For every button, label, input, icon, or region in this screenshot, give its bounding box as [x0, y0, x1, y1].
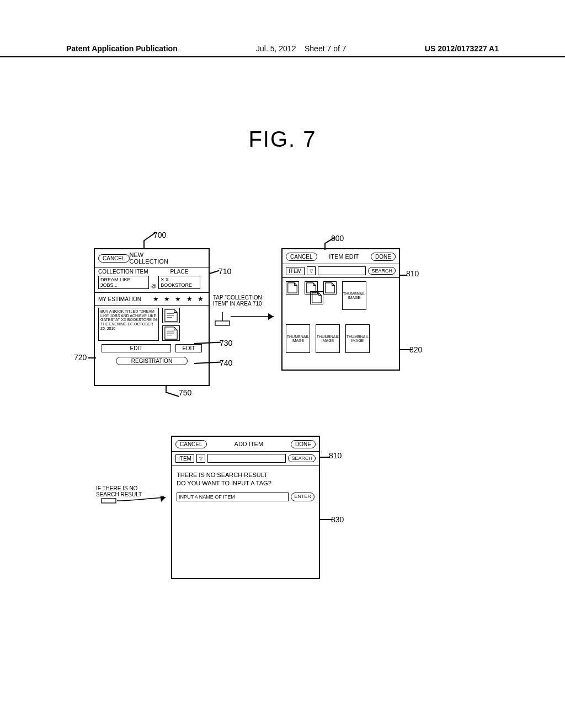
item-type-label: ITEM [286, 267, 305, 275]
callout-810-b: 810 [329, 451, 342, 460]
publication-number: US 2012/0173227 A1 [425, 44, 499, 53]
tap-collection-annotation: TAP "COLLECTION ITEM" IN AREA 710 [213, 295, 265, 307]
callout-730: 730 [220, 339, 232, 347]
thumbnail-image-slot[interactable]: THUMBNAIL IMAGE [286, 324, 310, 353]
dropdown-icon[interactable]: ▽ [196, 454, 205, 463]
thumbnail-image-slot[interactable]: THUMBNAIL IMAGE [345, 324, 370, 353]
search-input[interactable] [318, 266, 366, 275]
search-button[interactable]: SEARCH [288, 454, 316, 462]
callout-740: 740 [220, 358, 232, 367]
thumbnail-item[interactable] [286, 281, 299, 295]
cancel-button[interactable]: CANCEL [286, 253, 317, 261]
thumbnail-image-slot[interactable]: THUMBNAIL IMAGE [316, 324, 340, 353]
done-button[interactable]: DONE [291, 440, 316, 448]
callout-830: 830 [331, 515, 344, 524]
thumbnail-1[interactable] [162, 308, 180, 323]
page-header: Patent Application Publication Jul. 5, 2… [0, 44, 565, 57]
callout-710: 710 [218, 267, 231, 276]
publication-label: Patent Application Publication [66, 44, 178, 53]
dropdown-icon[interactable]: ▽ [307, 266, 316, 275]
screen-title: ADD ITEM [234, 441, 264, 447]
registration-button[interactable]: REGISTRATION [116, 357, 188, 365]
my-estimation-label: MY ESTIMATION [98, 296, 141, 302]
edit-button-left[interactable]: EDIT [102, 344, 171, 352]
thumbnail-grid: THUMBNAIL IMAGE THUMBNAIL IMAGE THUMBNAI… [282, 278, 399, 356]
callout-720: 720 [74, 353, 87, 362]
search-input[interactable] [207, 454, 286, 463]
screen-add-item: CANCEL ADD ITEM DONE ITEM ▽ SEARCH THERE… [171, 436, 320, 579]
thumbnail-2[interactable] [162, 325, 180, 341]
svg-rect-0 [215, 321, 230, 325]
arrow-right-icon [214, 309, 280, 328]
done-button[interactable]: DONE [371, 253, 396, 261]
cancel-button[interactable]: CANCEL [175, 440, 207, 448]
item-name-input[interactable]: INPUT A NAME OF ITEM [177, 493, 289, 501]
svg-rect-1 [102, 499, 116, 503]
screen-title: ITEM EDIT [329, 253, 359, 260]
screen-title: NEW COLLECTION [130, 251, 184, 265]
publication-date-sheet: Jul. 5, 2012 Sheet 7 of 7 [256, 44, 346, 53]
search-button[interactable]: SEARCH [368, 267, 396, 275]
figure-title: FIG. 7 [0, 127, 565, 152]
description-text: BUY A BOOK TITLED "DREAM LIKE JOBS AND A… [98, 308, 159, 341]
screen-new-collection: CANCEL NEW COLLECTION COLLECTION ITEM PL… [94, 248, 210, 386]
edit-button-right[interactable]: EDIT [175, 344, 202, 352]
enter-button[interactable]: ENTER [291, 493, 315, 501]
cancel-button[interactable]: CANCEL [98, 254, 130, 263]
no-search-result-annotation: IF THERE IS NO SEARCH RESULT [96, 485, 151, 497]
collection-item-input[interactable]: DREAM LIKE JOBS... [98, 276, 149, 289]
place-label: PLACE [170, 269, 189, 275]
arrow-right-icon [100, 496, 172, 518]
item-type-label: ITEM [175, 454, 194, 463]
callout-820: 820 [409, 345, 422, 354]
callout-810: 810 [406, 269, 419, 278]
screen-item-edit: CANCEL ITEM EDIT DONE ITEM ▽ SEARCH THUM… [281, 248, 400, 371]
rating-stars[interactable]: ★ ★ ★ ★ ★ [153, 295, 205, 303]
collection-item-label: COLLECTION ITEM [98, 269, 148, 275]
at-symbol: @ [150, 283, 157, 289]
callout-750: 750 [179, 388, 191, 397]
thumbnail-item[interactable] [310, 291, 323, 304]
place-input[interactable]: X X BOOKSTORE [158, 276, 200, 289]
no-result-message: THERE IS NO SEARCH RESULT DO YOU WANT TO… [172, 465, 319, 490]
